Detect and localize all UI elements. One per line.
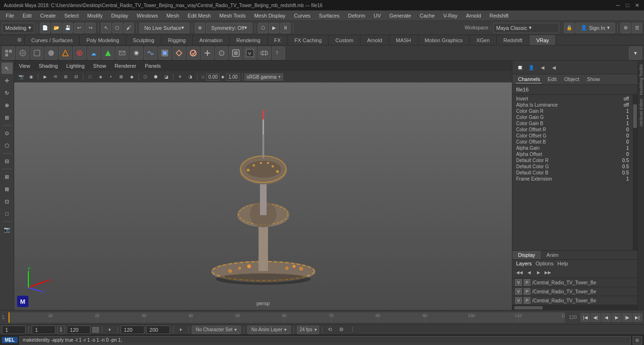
properties-scrollbar[interactable] xyxy=(633,95,637,250)
rph-btn3[interactable]: ◀ xyxy=(538,63,547,72)
prop-row[interactable]: Invertoff xyxy=(512,96,633,102)
anim-tab[interactable]: Anim xyxy=(541,251,564,259)
shelf-btn-1[interactable] xyxy=(2,46,15,60)
current-frame-field[interactable]: 1 xyxy=(2,326,26,334)
open-file-button[interactable]: 📂 xyxy=(51,23,62,33)
shelf-btn-14[interactable] xyxy=(187,46,200,60)
magnet-button[interactable]: ⊕ xyxy=(195,23,205,33)
menu-item-mesh-tools[interactable]: Mesh Tools xyxy=(215,12,249,19)
shelf-btn-7[interactable] xyxy=(87,46,100,60)
tab-sculpting[interactable]: Sculpting xyxy=(126,35,161,45)
layer-visibility[interactable]: V xyxy=(515,297,522,304)
universal-tool-button[interactable]: ⊞ xyxy=(1,112,13,123)
shelf-btn-5[interactable] xyxy=(59,46,72,60)
vp-grid-btn[interactable]: ⊟ xyxy=(72,73,81,81)
select-tool-button[interactable]: ↖ xyxy=(1,63,13,74)
edit-tab[interactable]: Edit xyxy=(546,75,558,83)
lasso-select-button[interactable]: ⬠ xyxy=(1,140,13,151)
menu-item-generate[interactable]: Generate xyxy=(385,12,415,19)
mode-dropdown[interactable]: Modeling ▾ xyxy=(2,23,35,33)
live-surface-button[interactable]: No Live Surface ▾ xyxy=(139,23,189,33)
shelf-expand-button[interactable]: ▾ xyxy=(629,46,642,60)
layer-playback[interactable]: P xyxy=(524,288,530,295)
symmetry-button[interactable]: Symmetry: Off ▾ xyxy=(206,23,252,33)
prop-row[interactable]: Color Gain G1 xyxy=(512,114,633,120)
render2-button[interactable]: ▶ xyxy=(269,23,279,33)
sign-in-button[interactable]: 👤 Sign In ▾ xyxy=(575,23,615,33)
shelf-btn-15[interactable] xyxy=(201,46,214,60)
layers-scrollbar[interactable] xyxy=(512,305,637,310)
menu-item-cache[interactable]: Cache xyxy=(416,12,438,19)
minimize-button[interactable]: ─ xyxy=(615,2,621,9)
prop-row[interactable]: Color Offset R0 xyxy=(512,127,633,133)
tab-settings-icon[interactable]: ⚙ xyxy=(14,35,25,45)
tab-redshift[interactable]: Redshift xyxy=(497,35,529,45)
layer-visibility[interactable]: V xyxy=(515,288,522,295)
rph-btn2[interactable]: 👤 xyxy=(527,63,536,72)
vp-texture-btn[interactable]: ◪ xyxy=(161,73,171,81)
vp-vertex-btn[interactable]: • xyxy=(106,73,116,81)
render1-button[interactable]: ⬡ xyxy=(258,23,268,33)
play-forward-btn[interactable]: ▶ xyxy=(612,313,621,322)
char-set-button[interactable]: No Character Set ▾ xyxy=(192,326,241,334)
viewport[interactable]: View Shading Lighting Show Renderer Pane… xyxy=(14,61,512,310)
command-input[interactable] xyxy=(19,336,631,345)
rph-btn4[interactable]: ◀ xyxy=(549,63,559,72)
auto-key-btn[interactable]: ▾ xyxy=(105,326,115,334)
shelf-btn-10[interactable] xyxy=(130,46,143,60)
shelf-btn-8[interactable] xyxy=(101,46,115,60)
menu-item-v-ray[interactable]: V-Ray xyxy=(439,12,461,19)
prop-row[interactable]: Default Color R0.5 xyxy=(512,157,633,163)
move-tool-button[interactable]: ✛ xyxy=(1,75,13,86)
prop-row[interactable]: Color Gain B1 xyxy=(512,120,633,127)
shelf-btn-2[interactable] xyxy=(16,46,29,60)
tab-curves-surfaces[interactable]: Curves / Surfaces xyxy=(25,35,80,45)
menu-item-display[interactable]: Display xyxy=(107,12,132,19)
select-button[interactable]: ↖ xyxy=(101,23,111,33)
range-end2-field[interactable]: 120 xyxy=(121,326,144,334)
redo-button[interactable]: ↪ xyxy=(85,23,96,33)
tab-rigging[interactable]: Rigging xyxy=(161,35,193,45)
shelf-btn-19[interactable] xyxy=(258,46,271,60)
frame-start-field[interactable]: 1 xyxy=(32,326,55,334)
tab-rendering[interactable]: Rendering xyxy=(230,35,268,45)
channels-tab[interactable]: Channels xyxy=(516,75,542,83)
layer-playback[interactable]: P xyxy=(524,297,530,304)
object-tab[interactable]: Object xyxy=(562,75,581,83)
range-thumb[interactable] xyxy=(92,327,99,333)
prop-row[interactable]: Frame Extension1 xyxy=(512,176,633,182)
goto-start-btn[interactable]: |◀ xyxy=(581,313,590,322)
vp-shadow-btn[interactable]: ◑ xyxy=(186,73,195,81)
menu-item-mesh-display[interactable]: Mesh Display xyxy=(250,12,289,19)
prop-row[interactable]: Color Offset B0 xyxy=(512,139,633,145)
undo-button[interactable]: ↩ xyxy=(74,23,84,33)
shelf-btn-4[interactable] xyxy=(45,46,58,60)
menu-item-surfaces[interactable]: Surfaces xyxy=(315,12,343,19)
menu-item-edit[interactable]: Edit xyxy=(19,12,36,19)
viewport-show-menu[interactable]: Show xyxy=(91,62,108,70)
prop-row[interactable]: Default Color G0.5 xyxy=(512,163,633,170)
show-tab[interactable]: Show xyxy=(585,75,602,83)
vp-edge-btn[interactable]: ⊠ xyxy=(116,73,126,81)
tab-motion-graphics[interactable]: Motion Graphics xyxy=(418,35,470,45)
shelf-btn-9[interactable] xyxy=(116,46,129,60)
close-button[interactable]: ✕ xyxy=(634,2,640,9)
vp-playback-btn[interactable]: ▶ xyxy=(40,73,50,81)
layer-visibility[interactable]: V xyxy=(515,279,522,286)
shelf-btn-11[interactable] xyxy=(144,46,157,60)
tab-arnold[interactable]: Arnold xyxy=(360,35,389,45)
vp-camera-btn[interactable]: 📷 xyxy=(16,73,26,81)
viewport-renderer-menu[interactable]: Renderer xyxy=(113,62,138,70)
layers-tab[interactable]: Layers xyxy=(516,261,532,266)
timeline-playhead[interactable] xyxy=(9,312,9,323)
tab-custom[interactable]: Custom xyxy=(329,35,360,45)
viewport-view-menu[interactable]: View xyxy=(17,62,32,70)
prop-row[interactable]: Alpha Is Luminanceoff xyxy=(512,102,633,108)
vp-toggle1[interactable]: ◉ xyxy=(27,73,36,81)
vp-loop-btn[interactable]: ⟲ xyxy=(51,73,60,81)
vp-face-btn[interactable]: ◆ xyxy=(127,73,136,81)
tab-vray[interactable]: VRay xyxy=(529,35,556,45)
shelf-btn-6[interactable] xyxy=(73,46,86,60)
prop-row[interactable]: Alpha Gain1 xyxy=(512,145,633,151)
maximize-button[interactable]: □ xyxy=(624,2,631,9)
